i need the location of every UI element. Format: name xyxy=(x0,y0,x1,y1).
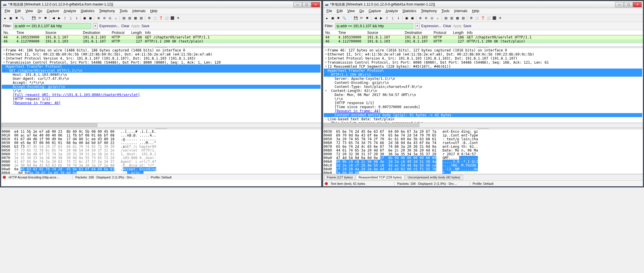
toolbar-button[interactable]: ▣ xyxy=(88,16,93,21)
toolbar-button[interactable]: ❓ xyxy=(480,16,485,21)
tree-row[interactable]: Accept-Encoding: gzip\r\n xyxy=(2,85,321,89)
col-header[interactable]: Protocol xyxy=(111,31,129,34)
toolbar-button[interactable]: ▣ xyxy=(8,16,13,21)
col-header[interactable]: No. xyxy=(2,31,15,34)
menu-capture[interactable]: Capture xyxy=(44,9,62,14)
menu-view[interactable]: View xyxy=(345,9,357,14)
tree-pane[interactable]: +Frame 46: 127 bytes on wire (1016 bits)… xyxy=(323,48,643,123)
splitter[interactable] xyxy=(323,46,643,48)
col-header[interactable]: Destination xyxy=(404,31,433,34)
toolbar-button[interactable]: ▣ xyxy=(404,16,409,21)
menu-analyze[interactable]: Analyze xyxy=(383,9,400,14)
menu-telephony[interactable]: Telephony xyxy=(97,9,117,14)
toolbar-button[interactable]: ● xyxy=(324,16,330,21)
toolbar-button[interactable]: 📄 xyxy=(25,16,31,21)
menu-tools[interactable]: Tools xyxy=(117,9,130,14)
splitter[interactable] xyxy=(323,128,643,129)
minimize-button[interactable]: — xyxy=(293,2,302,7)
expand-icon[interactable]: + xyxy=(2,60,6,64)
toolbar-button[interactable]: ⊖ xyxy=(102,16,107,21)
close-button[interactable]: ✕ xyxy=(633,2,642,7)
expand-icon[interactable]: + xyxy=(324,64,328,69)
expand-icon[interactable]: + xyxy=(324,73,328,77)
toolbar-button[interactable]: ◎ xyxy=(429,16,435,21)
toolbar-button[interactable]: ⬜ xyxy=(486,16,491,21)
tree-row[interactable]: +Internet Protocol Version 4, Src: 191.8… xyxy=(2,56,321,60)
hex-tab[interactable]: Uncompressed entity body (42 bytes) xyxy=(405,175,463,180)
tree-row[interactable]: [Request in frame: 44] xyxy=(324,109,643,113)
expand-icon[interactable]: + xyxy=(2,52,6,56)
expand-icon[interactable]: - xyxy=(324,117,328,121)
hex-tab[interactable]: Frame (127 bytes) xyxy=(324,175,355,180)
menu-internals[interactable]: Internals xyxy=(452,9,470,14)
col-header[interactable]: Time xyxy=(337,31,366,34)
minimize-button[interactable]: — xyxy=(615,2,624,7)
toolbar-button[interactable]: ▤ xyxy=(443,16,448,21)
toolbar-button[interactable]: 📄 xyxy=(347,16,353,21)
menu-file[interactable]: File xyxy=(2,9,12,14)
toolbar-button[interactable]: ⟐ xyxy=(113,16,118,21)
menu-statistics[interactable]: Statistics xyxy=(78,9,97,14)
expand-icon[interactable]: + xyxy=(324,52,328,56)
menu-internals[interactable]: Internals xyxy=(130,9,148,14)
tree-row[interactable]: [Response in frame: 46] xyxy=(2,101,321,105)
toolbar-button[interactable]: ⬚ xyxy=(152,16,158,21)
tree-row[interactable]: +Frame 44: 186 bytes on wire (1488 bits)… xyxy=(2,48,321,52)
col-header[interactable]: Source xyxy=(44,31,82,34)
packet-row[interactable]: 444.105339000191.8.1.107191.8.1.103HTTP1… xyxy=(1,35,321,39)
toolbar-button[interactable]: ▧ xyxy=(461,16,466,21)
menu-help[interactable]: Help xyxy=(148,9,160,14)
tree-row[interactable]: [HTTP response 1/1] xyxy=(324,101,643,105)
toolbar-button[interactable]: ⟳ xyxy=(37,16,42,21)
col-header[interactable]: Info xyxy=(144,31,320,34)
col-header[interactable]: Protocol xyxy=(433,31,451,34)
expert-info-icon[interactable] xyxy=(3,176,6,179)
filter-dropdown[interactable]: ▾ xyxy=(93,23,98,29)
col-header[interactable]: Info xyxy=(466,31,642,34)
tree-row[interactable]: [Full request URI: http://191.8.1.103:80… xyxy=(2,93,321,97)
toolbar-button[interactable]: ⊖ xyxy=(424,16,429,21)
tree-row[interactable]: Date: Mon, 06 Mar 2017 06:54:57 GMT\r\n xyxy=(324,93,643,97)
tree-row[interactable]: +Frame 46: 127 bytes on wire (1016 bits)… xyxy=(324,48,643,52)
toolbar-button[interactable]: ▤ xyxy=(121,16,126,21)
tree-row[interactable]: +Transmission Control Protocol, Src Port… xyxy=(324,60,643,64)
tree-row[interactable]: +Content-Length: 61\r\n xyxy=(324,89,643,93)
tree-row[interactable]: Content-encoded entity body (gzip): 61 b… xyxy=(324,113,643,117)
toolbar-button[interactable]: ✖ xyxy=(14,16,19,21)
menu-edit[interactable]: Edit xyxy=(334,9,345,14)
toolbar-button[interactable]: 🔍 xyxy=(342,16,347,21)
tree-row[interactable]: -Hypertext Transfer Protocol xyxy=(2,64,321,69)
toolbar-button[interactable]: ⚙ xyxy=(469,16,474,21)
tree-row[interactable]: +HTTP/1.1 200 OK\r\n xyxy=(324,73,643,77)
menu-analyze[interactable]: Analyze xyxy=(62,9,79,14)
tree-row[interactable]: [HTTP request 1/1] xyxy=(2,97,321,101)
expand-icon[interactable]: + xyxy=(2,69,6,73)
toolbar-button[interactable]: ☀ xyxy=(498,16,503,21)
filter-apply[interactable]: Apply xyxy=(453,24,462,28)
packet-list[interactable]: 444.105339000191.8.1.107191.8.1.103HTTP1… xyxy=(1,35,321,46)
packet-row[interactable]: 444.105339000191.8.1.107191.8.1.103HTTP1… xyxy=(323,35,643,39)
toolbar-button[interactable]: ▶ xyxy=(379,16,384,21)
hex-tab[interactable]: Reassembled TCP (228 bytes) xyxy=(356,175,404,180)
tree-link[interactable]: [Request in frame: 44] xyxy=(335,109,381,113)
toolbar-button[interactable]: ▥ xyxy=(127,16,132,21)
menu-file[interactable]: File xyxy=(324,9,334,14)
toolbar-button[interactable]: ⤓ xyxy=(74,16,79,21)
toolbar-button[interactable]: 💾 xyxy=(353,16,358,21)
close-button[interactable]: ✕ xyxy=(311,2,320,7)
filter-apply[interactable]: Apply xyxy=(131,24,140,28)
toolbar-button[interactable]: ⟐ xyxy=(435,16,440,21)
filter-input[interactable] xyxy=(335,23,413,29)
toolbar-button[interactable]: ⤵ xyxy=(68,16,73,21)
expert-info-icon[interactable] xyxy=(325,182,328,185)
filter-clear[interactable]: Clear xyxy=(443,24,451,28)
toolbar-button[interactable]: ⬛ xyxy=(492,16,497,21)
tree-row[interactable]: Accept: */*\r\n xyxy=(2,81,321,85)
tree-row[interactable]: \r\n xyxy=(2,89,321,93)
filter-dropdown[interactable]: ▾ xyxy=(415,23,420,29)
col-header[interactable]: Length xyxy=(451,31,466,34)
toolbar-button[interactable]: ⚙ xyxy=(147,16,152,21)
toolbar-button[interactable]: 💾 xyxy=(31,16,36,21)
tree-pane[interactable]: +Frame 44: 186 bytes on wire (1488 bits)… xyxy=(1,48,321,123)
toolbar-button[interactable]: ⬜ xyxy=(164,16,169,21)
